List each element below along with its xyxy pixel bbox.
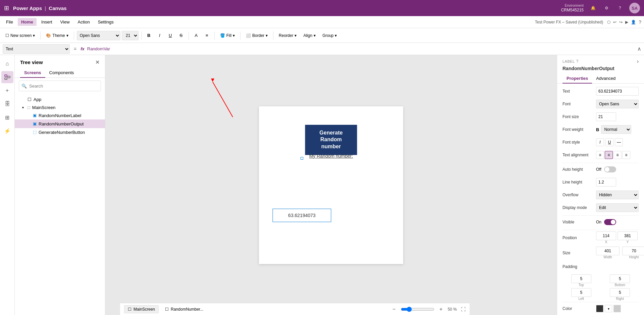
tree-item-mainscreen[interactable]: ▾ □ MainScreen xyxy=(15,103,105,111)
menu-insert[interactable]: Insert xyxy=(38,18,56,26)
components-nav-icon[interactable]: ⊞ xyxy=(1,111,13,123)
fontsize-prop-input[interactable] xyxy=(596,112,616,121)
pad-bottom-input[interactable] xyxy=(610,274,630,283)
formula-value[interactable]: RandomVar xyxy=(87,46,635,51)
notification-icon[interactable]: 🔔 xyxy=(589,4,597,12)
color-swatch[interactable] xyxy=(596,305,603,312)
grid-icon[interactable]: ⊞ xyxy=(4,4,9,12)
screen-tab-main[interactable]: ☐ MainScreen xyxy=(124,305,159,313)
text-prop-input[interactable] xyxy=(596,87,639,96)
insert-nav-icon[interactable]: + xyxy=(1,85,13,97)
tree-item-randomnumberlabel[interactable]: ▣ RandomNumberLabel xyxy=(15,111,105,119)
design-icon[interactable]: ⬡ xyxy=(607,20,610,24)
tab-advanced[interactable]: Advanced xyxy=(592,74,620,84)
font-prop-select[interactable]: Open Sans xyxy=(596,100,639,108)
border-label: Border xyxy=(252,33,264,38)
tree-item-randomnumberoutput[interactable]: ▣ RandomNumberOutput ••• xyxy=(15,119,105,128)
font-color-button[interactable]: A xyxy=(192,31,201,40)
search-input[interactable] xyxy=(19,81,101,91)
underline-style-button[interactable]: U xyxy=(605,138,613,146)
strikethrough-style-button[interactable]: — xyxy=(615,138,623,146)
autoheight-toggle[interactable] xyxy=(604,166,616,172)
menu-settings[interactable]: Settings xyxy=(95,18,117,26)
main-layout: ⌂ + 🗄 ⊞ ⚡ Tree view ✕ Screens Components… xyxy=(0,55,644,315)
menu-view[interactable]: View xyxy=(57,18,73,26)
help2-icon[interactable]: ? xyxy=(639,19,641,25)
data-nav-icon[interactable]: 🗄 xyxy=(1,98,13,110)
fx-button[interactable]: fx xyxy=(80,46,85,51)
theme-icon: 🎨 xyxy=(46,33,51,38)
zoom-slider[interactable] xyxy=(401,307,434,312)
group-button[interactable]: Group ▾ xyxy=(320,32,339,39)
align-button[interactable]: Align ▾ xyxy=(301,32,318,39)
redo-icon[interactable]: ↪ xyxy=(619,20,623,24)
play-icon[interactable]: ▶ xyxy=(625,20,628,24)
color-swatch2[interactable] xyxy=(613,305,621,312)
width-input[interactable] xyxy=(596,247,620,255)
inspect-icon[interactable]: 👤 xyxy=(631,20,636,24)
zoom-plus-button[interactable]: + xyxy=(437,305,445,313)
generate-random-button[interactable]: Generate Random number xyxy=(305,125,357,155)
toggle-knob xyxy=(605,167,609,172)
canvas-output[interactable]: 63.62194073 xyxy=(273,209,331,222)
tree-nav-icon[interactable] xyxy=(1,71,13,83)
height-input[interactable] xyxy=(622,247,644,255)
avatar[interactable]: SA xyxy=(629,3,640,13)
tree-close-button[interactable]: ✕ xyxy=(95,59,100,65)
tab-properties[interactable]: Properties xyxy=(562,74,592,84)
theme-button[interactable]: 🎨 Theme ▾ xyxy=(43,32,71,39)
zoom-minus-button[interactable]: − xyxy=(390,305,398,313)
pad-right-input[interactable] xyxy=(610,288,630,297)
pad-top-input[interactable] xyxy=(571,274,591,283)
prop-overflow-row: Overflow Hidden Scroll xyxy=(562,190,639,200)
screen-tab-random[interactable]: ☐ RandomNumber... xyxy=(161,305,207,313)
align-left-button[interactable]: ≡ xyxy=(596,151,604,159)
formula-expand-button[interactable]: ∧ xyxy=(637,46,641,52)
menu-file[interactable]: File xyxy=(3,18,16,26)
align-text-button[interactable]: ≡ xyxy=(202,31,212,40)
fullscreen-button[interactable]: ⛶ xyxy=(461,307,466,312)
menu-action[interactable]: Action xyxy=(74,18,93,26)
tab-components[interactable]: Components xyxy=(45,68,78,78)
align-justify-button[interactable]: ≡ xyxy=(622,151,630,159)
reorder-label: Reorder xyxy=(279,33,293,38)
env-label: Environment xyxy=(561,3,584,8)
color-control: ▾ xyxy=(596,305,621,312)
visible-toggle[interactable] xyxy=(604,219,616,225)
pos-y-input[interactable] xyxy=(618,231,638,240)
align-right-button[interactable]: ≡ xyxy=(613,151,622,159)
strikethrough-button[interactable]: S xyxy=(176,31,186,40)
menu-home[interactable]: Home xyxy=(18,18,37,26)
fontweight-prop-select[interactable]: Normal Bold Lighter xyxy=(601,125,631,134)
lineheight-prop-input[interactable] xyxy=(596,178,616,187)
fill-button[interactable]: 🪣 Fill ▾ xyxy=(217,32,237,39)
border-button[interactable]: ⬜ Border ▾ xyxy=(243,32,270,39)
bold-button[interactable]: B xyxy=(144,31,154,40)
align-center-button[interactable]: ≡ xyxy=(605,151,613,159)
new-screen-icon: ☐ xyxy=(5,33,9,38)
tree-item-app[interactable]: ☐ App xyxy=(15,95,105,103)
underline-button[interactable]: U xyxy=(166,31,175,40)
pad-left-input[interactable] xyxy=(571,288,591,297)
new-screen-button[interactable]: ☐ New screen ▾ xyxy=(3,32,38,39)
font-select[interactable]: Open Sans xyxy=(77,31,120,40)
settings-icon[interactable]: ⚙ xyxy=(602,4,610,12)
tree-item-generatenumberbutton[interactable]: ⬚ GenerateNumberButton xyxy=(15,128,105,136)
tab-screens[interactable]: Screens xyxy=(20,68,45,78)
rno-more-icon[interactable]: ••• xyxy=(92,121,100,127)
undo-icon[interactable]: ↩ xyxy=(613,20,616,24)
italic-style-button[interactable]: I xyxy=(596,138,604,146)
help-icon[interactable]: ? xyxy=(616,4,624,12)
reorder-button[interactable]: Reorder ▾ xyxy=(276,32,299,39)
color-expand-button[interactable]: ▾ xyxy=(605,305,612,312)
pos-x-input[interactable] xyxy=(596,231,616,240)
property-select[interactable]: Text xyxy=(3,44,70,54)
displaymode-prop-select[interactable]: Edit View Disabled xyxy=(596,203,639,212)
home-nav-icon[interactable]: ⌂ xyxy=(1,58,13,70)
panel-collapse-button[interactable]: › xyxy=(637,58,639,64)
variables-nav-icon[interactable]: ⚡ xyxy=(1,125,13,137)
font-style-control: I U — xyxy=(596,138,623,146)
overflow-prop-select[interactable]: Hidden Scroll xyxy=(596,191,639,199)
italic-button[interactable]: I xyxy=(155,31,164,40)
font-size-select[interactable]: 21 xyxy=(122,31,139,40)
